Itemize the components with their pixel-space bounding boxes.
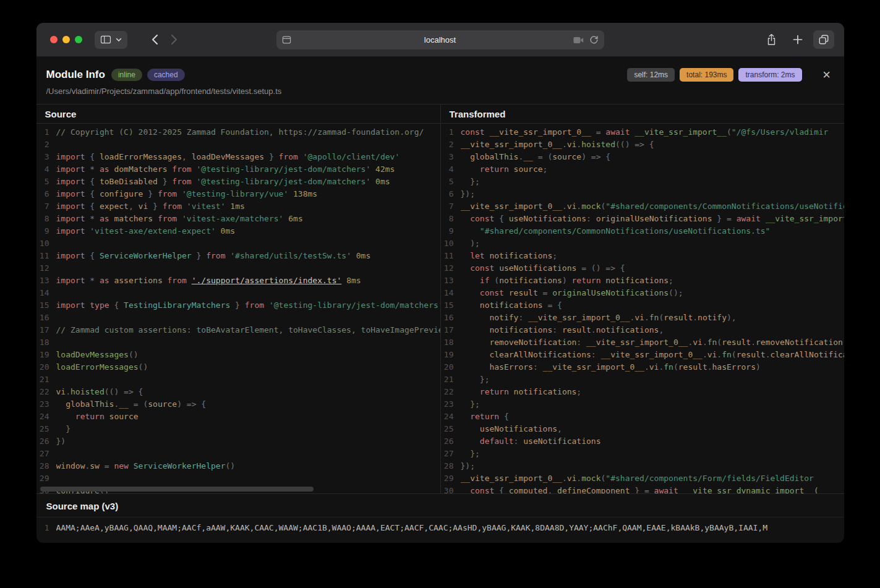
horizontal-scrollbar-thumb[interactable] [40,487,314,492]
code-text: hasErrors: __vite_ssr_import_0__.vi.fn(r… [461,361,844,373]
code-text: notifications: result.notifications, [461,324,844,336]
code-line: 2__vite_ssr_import_0__.vi.hoisted(() => … [441,138,844,151]
code-token: mock [581,202,600,211]
page-settings-icon[interactable] [282,36,291,44]
line-number: 10 [441,237,461,250]
code-token: () [225,461,235,471]
refresh-button[interactable] [589,35,599,45]
code-text: const __vite_ssr_import_0__ = await __vi… [461,126,844,138]
code-line: 5import { toBeDisabled } from '@testing-… [36,176,440,188]
code-token: ( [732,350,737,359]
code-token: notify [489,313,518,322]
code-line: 17 notifications: result.notifications, [441,324,844,336]
code-line: 15import type { TestingLibraryMatchers }… [36,299,440,312]
transformed-panel-title: Transformed [441,104,844,124]
code-token: }; [461,177,480,186]
code-token: from [168,276,187,285]
new-tab-button[interactable] [787,30,808,49]
code-token: clearAllNotifications [770,350,844,359]
code-text: import * as domMatchers from '@testing-l… [56,163,440,176]
code-line: 6import { configure } from '@testing-lib… [36,188,440,200]
module-link[interactable]: './support/assertions/index.ts' [192,276,342,285]
code-text: import { expect, vi } from 'vitest' 1ms [56,200,440,213]
code-token: 0ms [351,251,370,260]
code-text: ); [461,237,844,250]
tab-overview-button[interactable] [813,30,834,49]
url-text: localhost [276,35,604,45]
code-text [56,312,440,324]
code-token: . [66,387,70,396]
camera-icon[interactable] [573,36,584,44]
code-token: return [480,387,509,396]
code-token: __vite_ssr_import_0__ [461,202,562,211]
code-text: globalThis.__ = (source) => { [461,151,844,163]
code-text: __vite_ssr_import_0__.vi.hoisted(() => { [461,138,844,151]
code-token: { [85,189,99,198]
line-number: 19 [441,349,461,361]
code-line: 28}); [441,460,844,472]
code-token: ) [562,276,572,285]
code-token [298,152,303,161]
code-token: from [163,202,182,211]
code-token: await [654,486,678,493]
code-token: sw [90,461,100,471]
code-token [461,437,480,446]
code-text: import { configure } from '@testing-libr… [56,188,440,200]
line-number: 15 [441,299,461,312]
line-number: 5 [36,176,56,188]
code-token: configure [100,189,143,198]
code-token: 42ms [370,164,395,174]
code-line: 27 [36,448,440,460]
code-token: __vite_ssr_dynamic_import__( [683,486,819,493]
forward-button[interactable] [164,30,184,49]
back-button[interactable] [145,30,164,49]
code-token: : [591,350,601,359]
zoom-window-button[interactable] [75,36,82,43]
line-number: 25 [441,423,461,435]
code-panels: Source 1// Copyright (C) 2012-2025 Zamma… [36,104,844,493]
code-token: 'vitest' [187,202,226,211]
close-panel-button[interactable]: ✕ [819,67,834,82]
code-text: "#shared/components/CommonNotifications/… [461,225,844,237]
line-number: 27 [441,448,461,460]
code-token: . [703,350,707,359]
line-number: 16 [36,312,56,324]
code-token: ; [576,387,581,396]
sidebar-toggle-button[interactable] [95,31,127,49]
code-token: * [85,164,99,174]
code-text [56,472,440,485]
minimize-window-button[interactable] [62,36,70,43]
code-token: notifications [605,276,669,285]
transformed-panel: Transformed 1const __vite_ssr_import_0__… [440,104,844,493]
code-line: 17// Zammad custom assertions: toBeAvata… [36,324,440,336]
address-bar[interactable]: localhost [276,30,604,49]
line-number: 4 [441,163,461,176]
code-token: toBeDisabled [100,177,158,186]
code-token: 6ms [283,214,302,223]
code-line: 13import * as assertions from './support… [36,275,440,287]
code-text: }; [461,448,844,460]
close-window-button[interactable] [50,36,58,43]
code-text: import { toBeDisabled } from '@testing-l… [56,176,440,188]
code-line: 1// Copyright (C) 2012-2025 Zammad Found… [36,126,440,138]
code-token: hoisted [70,387,105,396]
share-button[interactable] [761,30,782,49]
code-token: . [751,338,756,347]
timing-badge: transform: 2ms [738,68,801,82]
code-token: . [644,362,649,372]
chevron-left-icon [151,34,158,45]
code-text: import * as assertions from './support/a… [56,275,440,287]
code-token: removeNotification [489,338,576,347]
browser-window: localhost [36,23,844,543]
code-token: notifications [480,300,543,310]
code-text: window.sw = new ServiceWorkerHelper() [56,460,440,472]
code-token: result [722,338,751,347]
line-number: 13 [36,275,56,287]
browser-toolbar: localhost [36,23,844,57]
code-token [461,338,490,347]
code-line: 26 default: useNotifications [441,435,844,448]
code-token: from [158,189,177,198]
code-text [56,138,440,151]
code-token: fn [722,350,732,359]
transformed-code: 1const __vite_ssr_import_0__ = await __v… [441,124,844,493]
